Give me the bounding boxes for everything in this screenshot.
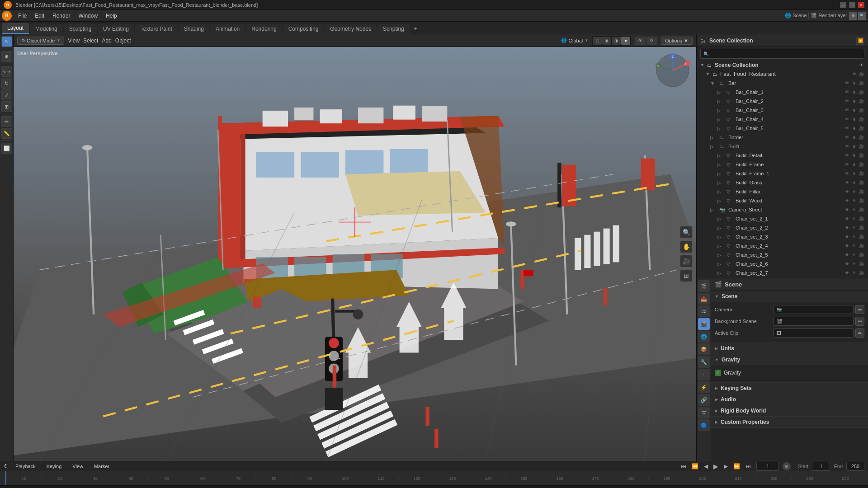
playback-sync-btn[interactable]: ⊙: [783, 462, 791, 470]
camera-browse-btn[interactable]: ✏: [855, 305, 864, 314]
keying-sets-section-header[interactable]: ▶ Keying Sets: [711, 383, 868, 394]
outliner-row-build-frame-1[interactable]: ▷ ▽ Build_Frame_1 👁 🖱 🎥: [697, 169, 868, 178]
menu-file[interactable]: File: [14, 12, 30, 20]
jump-start-button[interactable]: ⏮: [679, 462, 688, 470]
gravity-checkbox[interactable]: ✓: [715, 370, 721, 376]
outliner-row-bar[interactable]: ▼ 🗂 Bar 👁 🖱 🎥: [697, 79, 868, 88]
move-tool-button[interactable]: ⟺: [1, 66, 12, 77]
rigid-body-world-section-header[interactable]: ▶ Rigid Body World: [711, 405, 868, 416]
view-menu-timeline[interactable]: View: [69, 463, 87, 470]
menu-render[interactable]: Render: [49, 12, 74, 20]
collection-fast-food-restaurant[interactable]: ▼ 🗂 Fast_Food_Restaurant 👁 🎥: [697, 70, 868, 79]
outliner-filter-button[interactable]: 🔽: [856, 37, 864, 45]
menu-edit[interactable]: Edit: [31, 12, 48, 20]
output-properties-btn[interactable]: 📤: [698, 293, 710, 305]
scale-tool-button[interactable]: ⤢: [1, 89, 12, 100]
tab-rendering[interactable]: Rendering: [246, 24, 282, 34]
play-button[interactable]: ▶: [712, 462, 720, 471]
info-settings-button[interactable]: ⚙: [849, 12, 857, 20]
outliner-row-build[interactable]: ▷ 🗂 Build 👁 🖱 🎥: [697, 142, 868, 151]
object-mode-dropdown[interactable]: ⊙ Object Mode ▼: [17, 37, 64, 45]
outliner-row-bar-chair-3[interactable]: ▷ ▽ Bar_Chair_3 👁 🖱 🎥: [697, 106, 868, 115]
outliner-row-build-wood[interactable]: ▷ ▽ Build_Wood 👁 🖱 🎥: [697, 196, 868, 205]
tab-scripting[interactable]: Scripting: [377, 24, 410, 34]
physics-properties-btn[interactable]: ⚡: [698, 381, 710, 393]
rotate-tool-button[interactable]: ↻: [1, 78, 12, 89]
overlay-toggle[interactable]: 👁: [635, 37, 646, 45]
data-properties-btn[interactable]: ▽: [698, 407, 710, 418]
transform-orientation[interactable]: Global: [568, 38, 583, 43]
gizmo-toggle[interactable]: ⟳: [646, 37, 657, 45]
modifier-properties-btn[interactable]: 🔧: [698, 356, 710, 368]
viewport-layers-button[interactable]: ⊞: [680, 269, 693, 282]
view-layer-properties-btn[interactable]: 🗂: [698, 305, 710, 317]
navigation-gizmo[interactable]: X Y Z: [655, 52, 691, 89]
active-clip-value[interactable]: 🎞: [774, 328, 854, 338]
scene-properties-btn[interactable]: 🎬: [698, 318, 710, 330]
outliner-row-build-pillar[interactable]: ▷ ▽ Build_Pillar 👁 🖱 🎥: [697, 187, 868, 196]
custom-properties-section-header[interactable]: ▶ Custom Properties: [711, 417, 868, 427]
add-menu[interactable]: Add: [102, 38, 111, 44]
wireframe-shading-btn[interactable]: ◻: [593, 37, 602, 45]
material-properties-btn[interactable]: 🔵: [698, 419, 710, 431]
cursor-tool-button[interactable]: ⊕: [1, 51, 12, 62]
rendered-shading-btn[interactable]: ●: [621, 37, 630, 45]
pan-button[interactable]: ✋: [680, 240, 693, 253]
start-frame-input[interactable]: [812, 462, 830, 471]
outliner-row-bar-chair-2[interactable]: ▷ ▽ Bar_Chair_2 👁 🖱 🎥: [697, 97, 868, 106]
menu-window[interactable]: Window: [75, 12, 101, 20]
keying-menu[interactable]: Keying: [43, 463, 66, 470]
particles-properties-btn[interactable]: ·: [698, 369, 710, 380]
annotate-tool-button[interactable]: ✏: [1, 116, 12, 127]
tab-geometry-nodes[interactable]: Geometry Nodes: [325, 24, 377, 34]
camera-value[interactable]: 📷: [774, 305, 854, 314]
background-scene-browse-btn[interactable]: ✏: [855, 317, 864, 326]
restrict-render-icon[interactable]: 🎥: [858, 71, 864, 77]
scene-section-header[interactable]: ▼ Scene: [711, 291, 868, 302]
active-clip-browse-btn[interactable]: ✏: [855, 328, 864, 338]
next-keyframe-button[interactable]: ⏩: [731, 462, 742, 470]
world-properties-btn[interactable]: 🌐: [698, 331, 710, 343]
tab-sculpting[interactable]: Sculpting: [64, 24, 97, 34]
step-back-button[interactable]: ◀: [702, 462, 710, 470]
end-frame-input[interactable]: [846, 462, 864, 471]
prev-keyframe-button[interactable]: ⏪: [690, 462, 700, 470]
close-button[interactable]: ✕: [858, 2, 864, 8]
outliner-search-input[interactable]: [711, 51, 861, 56]
material-shading-btn[interactable]: ◑: [612, 37, 621, 45]
outliner-row-chair-set-2-1[interactable]: ▷ ▽ Chair_set_2_1 👁 🖱 🎥: [697, 214, 868, 223]
outliner-row-build-detail[interactable]: ▷ ▽ Build_Detail 👁 🖱 🎥: [697, 151, 868, 160]
transform-tool-button[interactable]: ⊞: [1, 101, 12, 112]
outliner-search-bar[interactable]: 🔍: [700, 49, 864, 59]
zoom-camera-button[interactable]: 🔍: [680, 226, 693, 239]
outliner-row-build-frame[interactable]: ▷ ▽ Build_Frame 👁 🖱 🎥: [697, 160, 868, 169]
tab-shading[interactable]: Shading: [179, 24, 209, 34]
object-properties-btn[interactable]: 📦: [698, 343, 710, 355]
select-tool-button[interactable]: ↖: [1, 36, 12, 47]
playback-menu[interactable]: Playback: [12, 463, 39, 470]
add-cube-button[interactable]: ⬜: [1, 143, 12, 154]
units-section-header[interactable]: ▶ Units: [711, 343, 868, 354]
marker-menu[interactable]: Marker: [90, 463, 113, 470]
outliner-row-bar-chair-4[interactable]: ▷ ▽ Bar_Chair_4 👁 🖱 🎥: [697, 115, 868, 124]
visibility-icon[interactable]: 👁: [858, 62, 864, 68]
outliner-row-chair-set-2-4[interactable]: ▷ ▽ Chair_set_2_4 👁 🖱 🎥: [697, 241, 868, 250]
tab-modeling[interactable]: Modeling: [30, 24, 63, 34]
maximize-button[interactable]: □: [849, 2, 855, 8]
tab-add[interactable]: +: [410, 24, 421, 34]
background-scene-value[interactable]: 🎬: [774, 317, 854, 326]
select-menu[interactable]: Select: [83, 38, 98, 44]
outliner-row-chair-set-2-7[interactable]: ▷ ▽ Chair_set_2_7 👁 🖱 🎥: [697, 268, 868, 277]
audio-section-header[interactable]: ▶ Audio: [711, 394, 868, 405]
outliner-row-chair-set-2-3[interactable]: ▷ ▽ Chair_set_2_3 👁 🖱 🎥: [697, 232, 868, 241]
restrict-select-icon[interactable]: 👁: [851, 71, 857, 77]
current-frame-input[interactable]: [756, 462, 779, 471]
tab-compositing[interactable]: Compositing: [283, 24, 324, 34]
gravity-section-header[interactable]: ▼ Gravity: [711, 354, 868, 365]
outliner-row-build-glass[interactable]: ▷ ▽ Build_Glass 👁 🖱 🎥: [697, 178, 868, 187]
menu-help[interactable]: Help: [102, 12, 121, 20]
outliner-row-chair-set-2-5[interactable]: ▷ ▽ Chair_set_2_5 👁 🖱 🎥: [697, 250, 868, 259]
render-properties-btn[interactable]: 🎬: [698, 280, 710, 292]
info-search-button[interactable]: 🔍: [858, 12, 866, 20]
viewport[interactable]: ⊙ Object Mode ▼ View Select Add Object 🌐…: [14, 34, 696, 461]
